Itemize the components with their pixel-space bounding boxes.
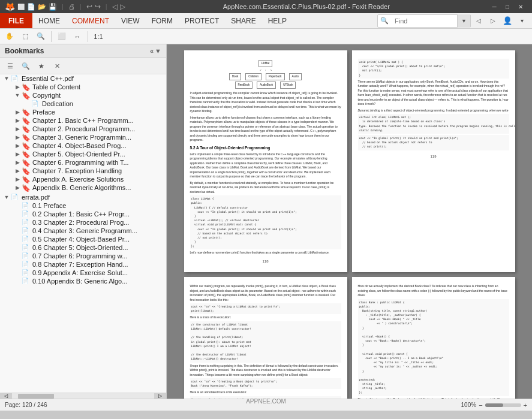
toggle-copyright[interactable]: ▼ (13, 92, 22, 98)
bookmark-item-e01[interactable]: ▶ 📄 0.1 Preface (0, 201, 166, 210)
toggle-ch7[interactable]: ▶ (13, 168, 22, 174)
search-bookmark-icon[interactable]: 🔍 (19, 60, 32, 72)
fit-width-button[interactable]: ↔ (70, 30, 85, 43)
bookmark-item-ch5[interactable]: ▶ 🔖 Chapter 5. Object-Oriented Pr... (0, 150, 166, 158)
select-tool-button[interactable]: ⬚ (18, 30, 32, 43)
bookmark-item-e06[interactable]: ▶ 📄 0.6 Chapter 5: Object-Oriented... (0, 243, 166, 252)
bookmark-item-e08[interactable]: ▶ 📄 0.8 Chapter 7: Exception Hand... (0, 260, 166, 269)
tb-forward[interactable]: ▷ (120, 2, 125, 11)
add-bookmark-icon[interactable]: ★ (35, 60, 48, 72)
toggle-ch4[interactable]: ▶ (13, 143, 22, 149)
toggle-ch3[interactable]: ▶ (13, 134, 22, 140)
panel-close-icon[interactable]: « (150, 47, 154, 55)
toggle-appB[interactable]: ▶ (13, 185, 22, 191)
tb-open[interactable]: 📂 (38, 3, 46, 11)
menu-home[interactable]: HOME (32, 13, 66, 28)
bookmark-item-ch7[interactable]: ▶ 🔖 Chapter 7. Exception Handling (0, 167, 166, 175)
tb-new[interactable]: 📄 (27, 3, 35, 11)
bookmark-item-ch1[interactable]: ▶ 🔖 Chapter 1. Basic C++ Programm... (0, 116, 166, 125)
bookmark-label-essential: Essential C++.pdf (22, 75, 74, 82)
bookmark-item-ch4[interactable]: ▶ 🔖 Chapter 4. Object-Based Prog... (0, 141, 166, 150)
page119-code2: virtual int elem( LibMat& mat ); is dete… (358, 114, 509, 134)
page-icon-e06: 📄 (22, 244, 31, 251)
page119-code1: void print( LibMat& mat ) { cout << "\nI… (358, 59, 509, 79)
delete-bookmark-icon[interactable]: ✕ (50, 60, 64, 72)
toggle-appA[interactable]: ▶ (13, 176, 22, 182)
bookmark-item-e05[interactable]: ▶ 📄 0.5 Chapter 4: Object-Based Pr... (0, 235, 166, 243)
toggle-preface[interactable]: ▶ (13, 109, 22, 115)
bookmark-item-ch6[interactable]: ▶ 🔖 Chapter 6. Programming with T... (0, 158, 166, 167)
zoom-in-button[interactable]: + (524, 402, 527, 409)
diagram-audio: Audio (289, 73, 302, 80)
bookmark-item-e02[interactable]: ▶ 📄 0.2 Chapter 1: Basic C++ Progr... (0, 210, 166, 218)
zoom-out-button[interactable]: − (479, 402, 482, 409)
search-options-button[interactable]: ▼ (457, 14, 470, 28)
menu-form[interactable]: FORM (146, 13, 179, 28)
menu-file[interactable]: FILE (0, 13, 32, 28)
bookmark-item-appA[interactable]: ▶ 🔖 Appendix A. Exercise Solutions (0, 175, 166, 183)
bookmark-item-toc[interactable]: ▶ 🔖 Table of Content (0, 83, 166, 91)
menu-share[interactable]: SHARE (225, 13, 262, 28)
bookmark-item-e03[interactable]: ▶ 📄 0.3 Chapter 2: Procedural Prog... (0, 218, 166, 227)
hand-tool-button[interactable]: ✋ (2, 30, 17, 43)
bookmark-item-copyright[interactable]: ▼ 🔖 Copyright (0, 91, 166, 100)
minimize-button[interactable]: ─ (488, 0, 501, 13)
tb-save[interactable]: 💾 (49, 3, 57, 11)
toggle-ch2[interactable]: ▶ (13, 126, 22, 132)
bookmark-item-ch3[interactable]: ▶ 🔖 Chapter 3. Generic Programmin... (0, 133, 166, 141)
menu-protect[interactable]: PROTECT (179, 13, 225, 28)
zoom-slider[interactable] (485, 403, 521, 407)
diagram-children: Children (245, 73, 262, 80)
search-input[interactable] (391, 17, 457, 25)
fit-page-button[interactable]: ⬜ (55, 30, 69, 43)
bookmark-item-e07[interactable]: ▶ 📄 0.7 Chapter 6: Programming w... (0, 252, 166, 260)
bookmark-item-appB[interactable]: ▶ 🔖 Appendix B. Generic Algorithms... (0, 183, 166, 192)
title-bar: 🦊 ⬜ 📄 📂 💾 | 🖨 | ↩ ↪ | ◁ ▷ AppNee.com.Ess… (0, 0, 532, 13)
toggle-errata[interactable]: ▼ (2, 194, 11, 200)
bookmark-item-e09[interactable]: ▶ 📄 0.9 Appendix A: Exercise Solut... (0, 269, 166, 277)
bookmark-item-e04[interactable]: ▶ 📄 0.4 Chapter 3: Generic Programm... (0, 227, 166, 235)
page118-content: In object-oriented programming, the comp… (190, 91, 341, 255)
page-bl-code2: // the constructor of LibMat libmat LibM… (190, 321, 341, 363)
bookmark-item-e10[interactable]: ▶ 📄 0.10 Appendix B: Generic Algo... (0, 277, 166, 285)
toggle-ch5[interactable]: ▶ (13, 151, 22, 157)
close-button[interactable]: ✕ (514, 0, 527, 13)
toggle-ch1[interactable]: ▶ (13, 117, 22, 123)
search-bar[interactable]: 🔍 ▼ (377, 14, 471, 28)
bookmark-item-ch2[interactable]: ▶ 🔖 Chapter 2. Procedural Programm... (0, 125, 166, 133)
toggle-ch6[interactable]: ▶ (13, 159, 22, 165)
maximize-button[interactable]: □ (501, 0, 514, 13)
bookmark-item-preface[interactable]: ▶ 🔖 Preface (0, 108, 166, 116)
folder-icon-appB: 🔖 (22, 184, 31, 191)
pdf-page-118: LibMat ↙↓↘ Book Children Paperback Audio… (184, 50, 347, 272)
zoom-in-button[interactable]: 🔍 (34, 30, 48, 43)
search-next-button[interactable]: ▷ (486, 14, 500, 28)
page118-code: class LibMat { public: LibMat() { // def… (190, 195, 341, 249)
options-button[interactable]: ▾ (515, 14, 528, 28)
tb-undo[interactable]: ↩ (86, 2, 92, 11)
bookmark-item-errata[interactable]: ▼ 📄 errata.pdf (0, 193, 166, 201)
bookmark-tree: ▼ 📄 Essential C++.pdf ▶ 🔖 Table of Conte… (0, 74, 166, 393)
diagram-audiobook: AudioBook (257, 82, 276, 89)
bookmark-item-dedication[interactable]: ▶ 📄 Dedication (0, 100, 166, 108)
tb-back[interactable]: ◁ (112, 2, 118, 11)
pdf-viewer[interactable]: LibMat ↙↓↘ Book Children Paperback Audio… (167, 44, 532, 399)
menu-help[interactable]: HELP (262, 13, 293, 28)
bookmark-list-icon[interactable]: ☰ (4, 60, 17, 72)
bookmark-label-ch1: Chapter 1. Basic C++ Programm... (32, 117, 134, 124)
tb-print[interactable]: 🖨 (68, 3, 75, 10)
menu-comment[interactable]: COMMENT (66, 13, 115, 28)
menu-view[interactable]: VIEW (115, 13, 146, 28)
panel-expand-icon[interactable]: ▼ (155, 47, 161, 55)
folder-icon-ch3: 🔖 (22, 134, 31, 141)
toggle-toc[interactable]: ▶ (13, 84, 22, 90)
folder-icon-ch7: 🔖 (22, 167, 31, 174)
toggle-essential[interactable]: ▼ (2, 76, 11, 82)
bookmark-label-toc: Table of Content (32, 83, 80, 91)
bookmark-item-essential[interactable]: ▼ 📄 Essential C++.pdf (0, 74, 166, 83)
actual-size-button[interactable]: 1:1 (91, 30, 106, 43)
tb-redo[interactable]: ↪ (95, 2, 101, 11)
panel-title: Bookmarks (5, 47, 44, 55)
horizontal-scrollbar[interactable]: ◁ ▷ (0, 393, 166, 399)
search-prev-button[interactable]: ◁ (472, 14, 485, 28)
